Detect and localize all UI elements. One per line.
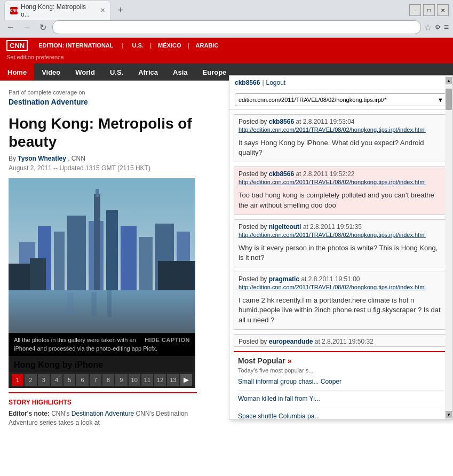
- comment-5-timestamp: at 2.8.2011 19:50:32: [315, 338, 373, 345]
- browser-tab[interactable]: CNN Hong Kong: Metropolis o... ✕: [4, 1, 111, 20]
- svg-rect-18: [91, 292, 97, 316]
- most-popular-section: Most Popular » Today's five most popular…: [234, 351, 448, 419]
- nav-asia[interactable]: Asia: [165, 64, 195, 81]
- comment-url-bar[interactable]: edition.cnn.com/2011/TRAVEL/08/02/hongko…: [235, 93, 447, 106]
- svg-rect-16: [158, 261, 195, 290]
- comments-list: Posted by ckb8566 at 2.8.2011 19:53:04 h…: [229, 110, 452, 419]
- svg-rect-7: [106, 210, 118, 290]
- title-bar: CNN Hong Kong: Metropolis o... ✕ + – □ ✕: [0, 0, 453, 17]
- page-6[interactable]: 6: [76, 374, 88, 386]
- comment-item-5: Posted by europeandude at 2.8.2011 19:50…: [234, 334, 448, 347]
- page-2[interactable]: 2: [25, 374, 36, 386]
- destination-adventure-link[interactable]: Destination Adventure: [71, 410, 134, 417]
- page-10[interactable]: 10: [129, 374, 140, 386]
- editor-note: Editor's note: CNN's Destination Adventu…: [9, 409, 197, 427]
- comment-1-url[interactable]: http://edition.cnn.com/2011/TRAVEL/08/02…: [234, 126, 448, 135]
- nav-europe[interactable]: Europe: [195, 64, 234, 81]
- page-7[interactable]: 7: [90, 374, 101, 386]
- comment-3-url[interactable]: http://edition.cnn.com/2011/TRAVEL/08/02…: [234, 232, 448, 240]
- caption-overlay: HIDE CAPTION All the photos in this gall…: [9, 333, 195, 356]
- nav-home[interactable]: Home: [0, 64, 34, 81]
- forward-btn[interactable]: →: [20, 21, 33, 34]
- popular-item-3[interactable]: Space shuttle Columbia pa...: [238, 412, 444, 419]
- cnn-arabic-link[interactable]: ARABIC: [196, 42, 219, 49]
- caption-text: All the photos in this gallery were take…: [14, 337, 157, 351]
- comment-1-author[interactable]: ckb8566: [269, 118, 294, 125]
- author-link[interactable]: Tyson Wheatley: [18, 155, 66, 162]
- skyline-image: [9, 178, 195, 333]
- scroll-up-btn[interactable]: ▲: [446, 81, 452, 84]
- comment-url-section: edition.cnn.com/2011/TRAVEL/08/02/hongko…: [229, 90, 452, 110]
- tab-close-btn[interactable]: ✕: [100, 7, 105, 14]
- comment-4-timestamp: at 2.8.2011 19:51:00: [301, 275, 360, 283]
- cnn-sub-bar: Set edition preference: [0, 53, 453, 64]
- page-11[interactable]: 11: [141, 374, 153, 386]
- page-3[interactable]: 3: [38, 374, 50, 386]
- story-highlights-title: STORY HIGHLIGHTS: [9, 399, 197, 406]
- comment-2-timestamp: at 2.8.2011 19:52:22: [296, 170, 354, 178]
- nav-world[interactable]: World: [68, 64, 102, 81]
- browser-chrome: CNN Hong Kong: Metropolis o... ✕ + – □ ✕…: [0, 0, 453, 38]
- article-author: By Tyson Wheatley , CNN: [9, 155, 197, 162]
- nav-africa[interactable]: Africa: [131, 64, 165, 81]
- comment-4-url[interactable]: http://edition.cnn.com/2011/TRAVEL/08/02…: [234, 284, 448, 292]
- comment-1-header: Posted by ckb8566 at 2.8.2011 19:53:04: [234, 115, 448, 126]
- comment-2-author[interactable]: ckb8566: [269, 170, 294, 178]
- comment-item-2: Posted by ckb8566 at 2.8.2011 19:52:22 h…: [234, 166, 448, 215]
- comment-2-url[interactable]: http://edition.cnn.com/2011/TRAVEL/08/02…: [234, 179, 448, 187]
- reload-btn[interactable]: ↻: [36, 21, 49, 34]
- page-5[interactable]: 5: [63, 374, 75, 386]
- scroll-thumb[interactable]: [446, 89, 452, 110]
- comments-panel: ckb8566 | Logout edition.cnn.com/2011/TR…: [229, 81, 453, 420]
- comment-3-author[interactable]: nigelteoutl: [269, 223, 301, 231]
- new-tab-btn[interactable]: +: [113, 4, 128, 17]
- cnn-logo: CNN: [6, 40, 28, 51]
- logout-link[interactable]: Logout: [266, 81, 286, 86]
- page-1[interactable]: 1: [12, 374, 23, 386]
- url-input[interactable]: edition.cnn.com/2011/TRAVEL/08/02/hongko…: [58, 23, 415, 31]
- most-popular-subtitle: Today's five most popular s...: [238, 367, 444, 374]
- maximize-btn[interactable]: □: [423, 4, 435, 16]
- comment-user-link[interactable]: ckb8566: [235, 81, 260, 86]
- coverage-title[interactable]: Destination Adventure: [9, 98, 197, 106]
- comment-5-author[interactable]: europeandude: [269, 338, 313, 345]
- extension-btn[interactable]: ⚙: [435, 23, 441, 31]
- page-12[interactable]: 12: [154, 374, 166, 386]
- back-btn[interactable]: ←: [4, 21, 17, 34]
- minimize-btn[interactable]: –: [409, 4, 421, 16]
- bookmark-star-icon[interactable]: ☆: [424, 22, 432, 33]
- cnn-mexico-link[interactable]: MÉXICO: [158, 42, 181, 49]
- window-controls: – □ ✕: [409, 4, 449, 16]
- browser-menu-btn[interactable]: ≡: [444, 22, 449, 32]
- comment-item-4: Posted by pragmatic at 2.8.2011 19:51:00…: [234, 272, 448, 330]
- url-dropdown-icon[interactable]: ▼: [438, 97, 443, 103]
- cnn-us-link[interactable]: U.S.: [132, 42, 144, 49]
- page-13[interactable]: 13: [167, 374, 179, 386]
- comment-2-body: Too bad hong kong is completely polluted…: [234, 187, 448, 214]
- set-edition-link[interactable]: Set edition preference: [6, 54, 64, 60]
- cnn-favicon: CNN: [10, 7, 18, 14]
- page-4[interactable]: 4: [51, 374, 62, 386]
- svg-rect-17: [67, 293, 74, 314]
- popular-item-2[interactable]: Woman killed in fall from Yi...: [238, 395, 444, 408]
- address-bar[interactable]: edition.cnn.com/2011/TRAVEL/08/02/hongko…: [52, 20, 421, 34]
- svg-rect-1: [9, 290, 195, 333]
- next-page-btn[interactable]: ▶: [180, 374, 192, 386]
- article-title: Hong Kong: Metropolis of beauty: [9, 115, 197, 150]
- coverage-label: Part of complete coverage on: [9, 89, 197, 96]
- hide-caption-btn[interactable]: HIDE CAPTION: [145, 336, 190, 344]
- comments-scrollbar[interactable]: ▲ ▼: [445, 81, 452, 419]
- page-9[interactable]: 9: [115, 374, 127, 386]
- main-content: Part of complete coverage on Destination…: [0, 81, 205, 476]
- svg-rect-12: [94, 194, 100, 290]
- comment-4-author[interactable]: pragmatic: [269, 275, 299, 283]
- comment-4-body: I came 2 hk recently.I m a portlander.he…: [234, 292, 448, 329]
- popular-item-1[interactable]: Small informal group chasi... Cooper: [238, 378, 444, 391]
- svg-rect-4: [54, 232, 65, 290]
- nav-us[interactable]: U.S.: [102, 64, 131, 81]
- close-btn[interactable]: ✕: [437, 4, 449, 16]
- nav-video[interactable]: Video: [34, 64, 68, 81]
- story-highlights: STORY HIGHLIGHTS Editor's note: CNN's De…: [9, 392, 197, 431]
- page-8[interactable]: 8: [102, 374, 114, 386]
- scroll-down-btn[interactable]: ▼: [446, 411, 452, 418]
